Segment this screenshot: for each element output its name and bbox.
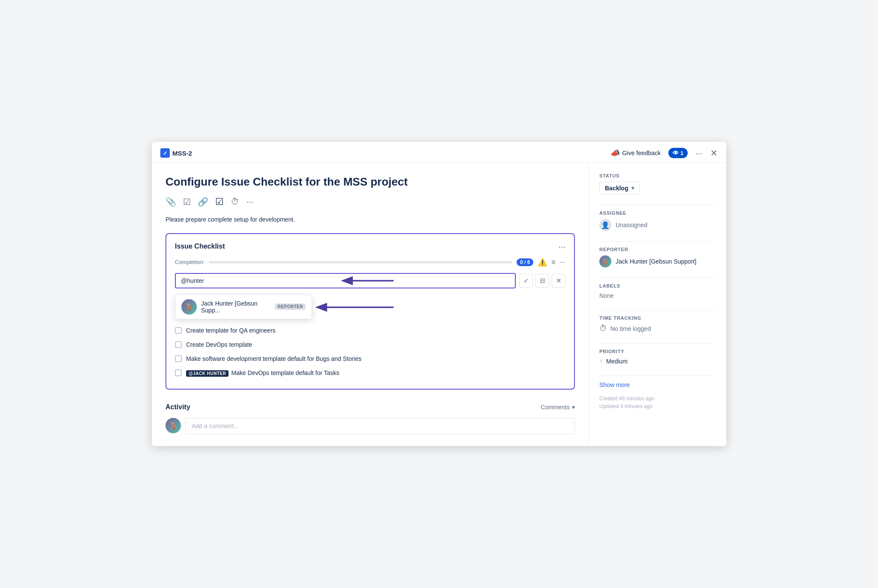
completion-label: Completion: bbox=[175, 259, 204, 265]
created-meta: Created 46 minutes ago bbox=[599, 396, 716, 402]
divider bbox=[599, 343, 716, 344]
close-button[interactable]: ✕ bbox=[710, 148, 718, 158]
labels-value: None bbox=[599, 292, 613, 299]
cancel-input-button[interactable]: ✕ bbox=[552, 274, 565, 288]
chevron-down-icon: ▾ bbox=[572, 404, 575, 411]
timer-icon[interactable]: ⏱ bbox=[231, 197, 239, 207]
eye-icon: 👁 bbox=[673, 150, 679, 156]
reporter-label: REPORTER bbox=[599, 247, 716, 252]
megaphone-icon: 📣 bbox=[610, 148, 620, 158]
completion-badge: 0 / 6 bbox=[517, 258, 533, 266]
status-value: Backlog bbox=[605, 185, 628, 192]
modal-header: ✓ MSS-2 📣 Give feedback 👁 1 ··· ✕ bbox=[152, 142, 726, 163]
priority-value: Medium bbox=[606, 358, 628, 365]
arrow-to-dropdown bbox=[312, 298, 398, 318]
checklist-more-button[interactable]: ··· bbox=[558, 242, 565, 252]
reporter-section: REPORTER 🦌 Jack Hunter [Gebsun Support] bbox=[599, 247, 716, 267]
item-text-4: @JACK HUNTERMake DevOps template default… bbox=[186, 369, 339, 378]
item-checkbox-4[interactable] bbox=[175, 369, 182, 376]
filter-icon[interactable]: ≡ bbox=[551, 258, 555, 266]
time-tracking-label: TIME TRACKING bbox=[599, 315, 716, 321]
checklist-text-input[interactable] bbox=[175, 273, 516, 288]
divider bbox=[599, 375, 716, 376]
watchers-button[interactable]: 👁 1 bbox=[668, 148, 688, 158]
issue-description: Please prepare complete setup for develo… bbox=[165, 216, 575, 223]
confirm-button[interactable]: ✓ bbox=[519, 274, 533, 288]
check-icon[interactable]: ☑ bbox=[215, 196, 224, 207]
checklist-item: Create DevOps template bbox=[175, 338, 565, 352]
completion-row: Completion: 0 / 6 ⚠️ ≡ ··· bbox=[175, 258, 565, 267]
divider bbox=[599, 205, 716, 205]
more-toolbar-icon[interactable]: ··· bbox=[246, 197, 253, 207]
updated-meta: Updated 4 minutes ago bbox=[599, 403, 716, 409]
assignee-row: 👤 Unassigned bbox=[599, 219, 716, 231]
warning-icon: ⚠️ bbox=[538, 258, 547, 267]
status-dropdown[interactable]: Backlog ▾ bbox=[599, 182, 640, 195]
comments-dropdown[interactable]: Comments ▾ bbox=[541, 404, 575, 411]
labels-section: LABELS None bbox=[599, 283, 716, 300]
main-content: Configure Issue Checklist for the MSS pr… bbox=[152, 163, 589, 446]
modal-body: Configure Issue Checklist for the MSS pr… bbox=[152, 163, 726, 446]
copy-button[interactable]: ⊟ bbox=[535, 274, 549, 288]
checklist-item: Make software development template defau… bbox=[175, 352, 565, 366]
clock-icon: ⏱ bbox=[599, 324, 607, 333]
issue-modal: ✓ MSS-2 📣 Give feedback 👁 1 ··· ✕ Config… bbox=[152, 142, 726, 446]
reporter-value: Jack Hunter [Gebsun Support] bbox=[616, 258, 696, 265]
checklist-item: Create template for QA engineers bbox=[175, 324, 565, 338]
comment-row: 🦌 Add a comment... bbox=[165, 418, 575, 434]
assignee-avatar: 👤 bbox=[599, 219, 611, 231]
reporter-badge: REPORTER bbox=[275, 303, 306, 310]
activity-title: Activity bbox=[165, 403, 190, 411]
comment-input[interactable]: Add a comment... bbox=[185, 418, 575, 434]
priority-up-icon: ↑ bbox=[599, 357, 603, 365]
item-checkbox-3[interactable] bbox=[175, 355, 182, 362]
header-right: 📣 Give feedback 👁 1 ··· ✕ bbox=[610, 148, 718, 158]
mention-name: Jack Hunter [Gebsun Supp... bbox=[201, 300, 271, 314]
checklist-input-row: ✓ ⊟ ✕ bbox=[175, 273, 565, 288]
item-text-3: Make software development template defau… bbox=[186, 354, 361, 363]
priority-row: ↑ Medium bbox=[599, 357, 716, 365]
issue-type-icon: ✓ bbox=[160, 148, 170, 158]
checklist-input-wrapper: ✓ ⊟ ✕ bbox=[175, 273, 565, 288]
priority-section: PRIORITY ↑ Medium bbox=[599, 349, 716, 365]
checklist-items: Create template for QA engineers Create … bbox=[175, 324, 565, 380]
item-checkbox-2[interactable] bbox=[175, 341, 182, 348]
status-label: STATUS bbox=[599, 173, 716, 178]
mention-item[interactable]: 🦌 Jack Hunter [Gebsun Supp... REPORTER bbox=[175, 295, 312, 319]
more-options-button[interactable]: ··· bbox=[695, 148, 703, 158]
checklist-header: Issue Checklist ··· bbox=[175, 242, 565, 252]
header-left: ✓ MSS-2 bbox=[160, 148, 192, 158]
progress-bar bbox=[209, 261, 512, 264]
priority-label: PRIORITY bbox=[599, 349, 716, 354]
chevron-down-icon: ▾ bbox=[631, 185, 634, 191]
toolbar: 📎 ☑ 🔗 ☑ ⏱ ··· bbox=[165, 196, 575, 207]
mention-avatar: 🦌 bbox=[181, 299, 197, 315]
show-more-link[interactable]: Show more bbox=[599, 381, 630, 388]
input-actions: ✓ ⊟ ✕ bbox=[519, 274, 565, 288]
time-value: No time logged bbox=[610, 325, 651, 332]
time-tracking-section: TIME TRACKING ⏱ No time logged bbox=[599, 315, 716, 333]
jack-hunter-tag: @JACK HUNTER bbox=[186, 370, 229, 377]
sidebar: STATUS Backlog ▾ ASSIGNEE 👤 Unassigned R… bbox=[589, 163, 726, 446]
checklist-box: Issue Checklist ··· Completion: 0 / 6 ⚠️… bbox=[165, 233, 575, 390]
item-text-1: Create template for QA engineers bbox=[186, 326, 276, 335]
checklist-item: @JACK HUNTERMake DevOps template default… bbox=[175, 366, 565, 380]
assignee-label: ASSIGNEE bbox=[599, 210, 716, 216]
divider bbox=[599, 241, 716, 242]
activity-section: Activity Comments ▾ 🦌 Add a comment... bbox=[165, 403, 575, 434]
reporter-row: 🦌 Jack Hunter [Gebsun Support] bbox=[599, 255, 716, 267]
time-row: ⏱ No time logged bbox=[599, 324, 716, 333]
commenter-avatar: 🦌 bbox=[165, 418, 181, 433]
feedback-button[interactable]: 📣 Give feedback bbox=[610, 148, 661, 158]
assignee-value: Unassigned bbox=[616, 222, 647, 228]
issue-id: ✓ MSS-2 bbox=[160, 148, 192, 158]
attach-icon[interactable]: 📎 bbox=[165, 197, 176, 207]
link-icon[interactable]: 🔗 bbox=[198, 197, 208, 207]
mention-dropdown: 🦌 Jack Hunter [Gebsun Supp... REPORTER bbox=[175, 294, 312, 319]
assignee-section: ASSIGNEE 👤 Unassigned bbox=[599, 210, 716, 231]
labels-label: LABELS bbox=[599, 283, 716, 288]
item-checkbox-1[interactable] bbox=[175, 327, 182, 334]
divider bbox=[599, 310, 716, 310]
completion-more-icon[interactable]: ··· bbox=[560, 258, 565, 266]
checklist-icon[interactable]: ☑ bbox=[183, 197, 191, 207]
